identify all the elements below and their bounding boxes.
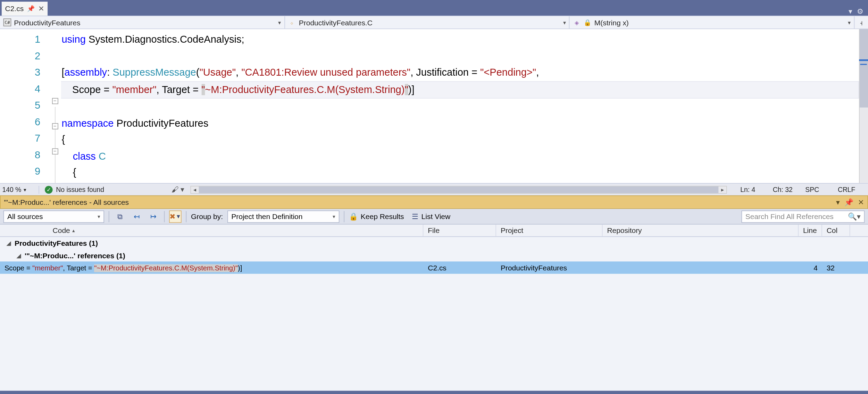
line-num: 3 — [0, 64, 40, 81]
fold-toggle[interactable]: − — [52, 148, 58, 154]
copy-button[interactable]: ⧉ — [114, 210, 126, 223]
groupby-dropdown[interactable]: Project then Definition ▾ — [227, 210, 340, 223]
csharp-icon: C# — [3, 18, 11, 26]
result-col: 32 — [822, 263, 850, 272]
scroll-map[interactable] — [859, 29, 868, 183]
lock-icon: 🔒 — [584, 19, 592, 26]
line-num: 7 — [0, 131, 40, 147]
line-num: 5 — [0, 98, 40, 114]
line-num: 8 — [0, 147, 40, 164]
dropdown-icon[interactable]: ▾ — [849, 7, 852, 16]
search-placeholder: Search Find All References — [745, 212, 834, 220]
sort-asc-icon: ▴ — [72, 228, 75, 233]
chevron-down-icon: ▾ — [24, 187, 26, 192]
col-col[interactable]: Col — [822, 225, 850, 236]
col-code[interactable]: Code▴ — [48, 225, 424, 236]
expand-icon[interactable]: ◢ — [7, 240, 12, 246]
search-icon: 🔍▾ — [848, 212, 861, 220]
zoom-dropdown[interactable]: 140 % ▾ — [0, 186, 39, 194]
lock-icon: 🔒 — [349, 212, 358, 220]
list-view-label: List View — [422, 212, 451, 220]
col-project[interactable]: Project — [496, 225, 602, 236]
prev-button[interactable]: ↤ — [131, 210, 143, 223]
list-icon: ☰ — [412, 212, 418, 220]
line-num: 6 — [0, 114, 40, 131]
keep-results-label: Keep Results — [361, 212, 404, 220]
chevron-down-icon: ▾ — [848, 19, 851, 26]
fold-toggle[interactable]: − — [52, 123, 58, 129]
group-row[interactable]: ◢ ProductivityFeatures (1) — [0, 237, 868, 249]
close-icon[interactable]: ✕ — [858, 198, 864, 206]
indent-mode[interactable]: SPC — [805, 186, 828, 194]
chevron-down-icon: ▾ — [333, 213, 335, 219]
chevron-down-icon: ▾ — [278, 19, 281, 26]
next-button[interactable]: ↦ — [147, 210, 159, 223]
code-content[interactable]: using System.Diagnostics.CodeAnalysis; [… — [61, 29, 859, 183]
col-repository[interactable]: Repository — [602, 225, 799, 236]
line-number-gutter: 1 2 3 4 5 6 7 8 9 10 11 12 — [0, 29, 48, 183]
split-button[interactable]: ⫞ — [854, 16, 868, 28]
result-project: ProductivityFeatures — [496, 263, 602, 272]
tab-filename: C2.cs — [5, 5, 24, 13]
editor-status-bar: 140 % ▾ ✓ No issues found 🖌 ▾ ◂ ▸ Ln: 4 … — [0, 183, 868, 195]
chevron-down-icon: ▾ — [98, 213, 100, 219]
h-scrollbar[interactable]: ◂ ▸ — [190, 186, 727, 194]
nav-scope-label: ProductivityFeatures — [14, 18, 80, 26]
result-code: Scope = "member", Target = "~M:Productiv… — [0, 263, 423, 272]
references-search[interactable]: Search Find All References 🔍▾ — [741, 210, 865, 223]
nav-type[interactable]: 🝔 ProductivityFeatures.C ▾ — [285, 16, 569, 28]
line-num: 2 — [0, 48, 40, 65]
pin-icon[interactable]: 📌 — [27, 5, 35, 12]
cleanup-icon[interactable]: 🖌 ▾ — [172, 185, 185, 194]
file-tab[interactable]: C2.cs 📌 ✕ — [2, 2, 48, 16]
filter-button[interactable]: ✖▼ — [169, 210, 181, 223]
fold-toggle[interactable]: − — [52, 98, 58, 104]
scroll-right-icon[interactable]: ▸ — [718, 186, 726, 193]
cursor-line: Ln: 4 — [740, 186, 763, 194]
line-ending[interactable]: CRLF — [838, 186, 860, 194]
issues-indicator[interactable]: ✓ No issues found — [39, 186, 110, 194]
group-row[interactable]: ◢ '"~M:Produc...' references (1) — [0, 249, 868, 261]
groupby-value: Project then Definition — [231, 212, 302, 220]
reference-result-row[interactable]: Scope = "member", Target = "~M:Productiv… — [0, 261, 868, 274]
class-icon: 🝔 — [288, 18, 296, 26]
check-icon: ✓ — [45, 186, 53, 194]
chevron-down-icon: ▾ — [563, 19, 566, 26]
source-filter-label: All sources — [7, 212, 43, 220]
panel-title-text: '"~M:Produc...' references - All sources — [4, 198, 129, 206]
nav-type-label: ProductivityFeatures.C — [299, 18, 373, 26]
col-line[interactable]: Line — [799, 225, 822, 236]
source-filter-dropdown[interactable]: All sources ▾ — [3, 210, 104, 223]
nav-member-label: M(string x) — [594, 18, 629, 26]
expand-icon[interactable]: ◢ — [17, 252, 22, 259]
cursor-char: Ch: 32 — [773, 186, 795, 194]
close-icon[interactable]: ✕ — [38, 5, 44, 13]
references-results: ◢ ProductivityFeatures (1) ◢ '"~M:Produc… — [0, 237, 868, 391]
nav-scope[interactable]: C# ProductivityFeatures ▾ — [0, 16, 285, 28]
gear-icon[interactable]: ⚙ — [857, 7, 863, 16]
group-label: '"~M:Produc...' references (1) — [25, 251, 125, 259]
references-panel-title: '"~M:Produc...' references - All sources… — [0, 195, 868, 209]
fold-gutter: − − − — [48, 29, 62, 183]
list-view-button[interactable]: ☰ List View — [412, 212, 450, 220]
nav-member[interactable]: ◈ 🔒 M(string x) ▾ — [570, 16, 854, 28]
line-num: 9 — [0, 164, 40, 180]
tab-bar: C2.cs 📌 ✕ ▾ ⚙ — [0, 0, 868, 16]
tab-tools: ▾ ⚙ — [844, 7, 868, 16]
pin-icon[interactable]: 📌 — [844, 198, 853, 206]
line-num: 1 — [0, 31, 40, 48]
zoom-level: 140 % — [2, 186, 21, 194]
result-file: C2.cs — [423, 263, 496, 272]
references-toolbar: All sources ▾ ⧉ ↤ ↦ ✖▼ Group by: Project… — [0, 209, 868, 225]
keep-results-button[interactable]: 🔒 Keep Results — [349, 212, 404, 220]
col-file[interactable]: File — [423, 225, 496, 236]
references-columns: Code▴ File Project Repository Line Col — [0, 225, 868, 237]
code-editor[interactable]: 1 2 3 4 5 6 7 8 9 10 11 12 − − − using S… — [0, 29, 868, 183]
method-icon: ◈ — [573, 18, 581, 26]
line-num: 4 — [0, 81, 40, 98]
groupby-label: Group by: — [191, 212, 223, 220]
scroll-left-icon[interactable]: ◂ — [191, 186, 199, 193]
nav-breadcrumb: C# ProductivityFeatures ▾ 🝔 Productivity… — [0, 16, 868, 29]
dropdown-icon[interactable]: ▾ — [836, 198, 840, 206]
result-line: 4 — [799, 263, 822, 272]
